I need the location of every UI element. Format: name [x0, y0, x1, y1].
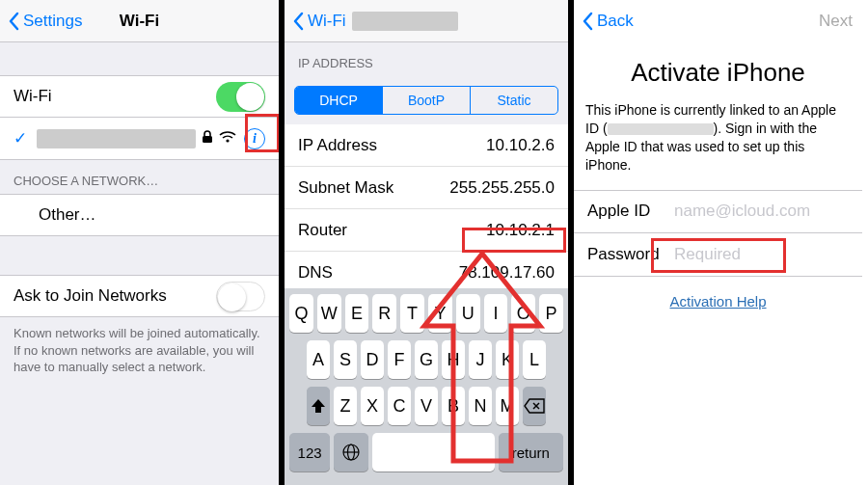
back-wifi[interactable]: Wi-Fi [292, 12, 346, 31]
router-value: 10.10.2.1 [486, 221, 568, 240]
current-network-row[interactable]: ✓ i [0, 118, 279, 160]
key-q[interactable]: Q [289, 294, 313, 333]
key-return[interactable]: return [499, 433, 563, 472]
svg-rect-0 [203, 136, 212, 143]
key-k[interactable]: K [496, 340, 519, 379]
ask-to-join-row[interactable]: Ask to Join Networks [0, 275, 279, 317]
nav-title: Wi-Fi [120, 12, 159, 31]
wifi-toggle[interactable] [216, 82, 265, 112]
key-n[interactable]: N [469, 387, 492, 425]
other-network-row[interactable]: Other… [0, 194, 279, 236]
ask-to-join-note: Known networks will be joined automatica… [0, 317, 279, 384]
chevron-left-icon [582, 12, 593, 31]
key-shift[interactable] [307, 387, 330, 425]
key-globe[interactable] [334, 433, 368, 472]
key-a[interactable]: A [307, 340, 330, 379]
key-space[interactable] [372, 433, 494, 472]
key-i[interactable]: I [484, 294, 508, 333]
nav-bar: Wi-Fi [285, 0, 568, 42]
key-t[interactable]: T [400, 294, 424, 333]
network-name-redacted [37, 129, 196, 148]
choose-network-header: CHOOSE A NETWORK… [0, 160, 279, 194]
password-label: Password [587, 245, 674, 264]
router-row[interactable]: Router 10.10.2.1 [285, 209, 568, 252]
keyboard-row2: ASDFGHJKL [287, 340, 565, 379]
key-c[interactable]: C [388, 387, 411, 425]
ip-address-row[interactable]: IP Address 10.10.2.6 [285, 124, 568, 167]
wifi-signal-icon [219, 129, 236, 148]
key-w[interactable]: W [317, 294, 341, 333]
key-y[interactable]: Y [428, 294, 452, 333]
key-r[interactable]: R [372, 294, 396, 333]
back-label: Wi-Fi [308, 12, 346, 31]
chevron-left-icon [292, 12, 304, 31]
key-p[interactable]: P [539, 294, 563, 333]
key-s[interactable]: S [334, 340, 357, 379]
key-backspace[interactable] [523, 387, 546, 425]
key-h[interactable]: H [442, 340, 465, 379]
key-u[interactable]: U [456, 294, 480, 333]
checkmark-icon: ✓ [14, 128, 27, 148]
key-v[interactable]: V [415, 387, 438, 425]
activation-help-link[interactable]: Activation Help [669, 293, 766, 310]
chevron-left-icon [8, 12, 19, 31]
keyboard-row3: ZXCVBNM [287, 387, 565, 425]
appleid-redacted [608, 123, 714, 135]
appleid-field[interactable]: name@icloud.com [674, 202, 810, 221]
keyboard-row4: 123 return [287, 433, 565, 472]
key-l[interactable]: L [523, 340, 546, 379]
shift-icon [310, 397, 327, 415]
key-b[interactable]: B [442, 387, 465, 425]
activation-help-container: Activation Help [574, 277, 862, 327]
svg-point-1 [226, 139, 229, 142]
key-d[interactable]: D [361, 340, 384, 379]
key-m[interactable]: M [496, 387, 519, 425]
back-label: Back [597, 12, 634, 31]
activation-form: Apple ID name@icloud.com Password Requir… [574, 190, 862, 277]
ip-address-value: 10.10.2.6 [486, 136, 568, 155]
nav-title-redacted [352, 12, 458, 31]
keyboard-row1: QWERTYUIOP [287, 294, 565, 333]
subnet-mask-label: Subnet Mask [298, 178, 449, 198]
backspace-icon [524, 398, 545, 414]
wifi-label: Wi-Fi [14, 87, 216, 106]
back-settings[interactable]: Settings [8, 12, 82, 31]
ip-address-header: IP ADDRESS [285, 42, 568, 76]
ip-address-label: IP Address [298, 136, 486, 155]
seg-static[interactable]: Static [471, 87, 557, 114]
dns-label: DNS [298, 263, 459, 283]
dns-value[interactable]: 78.109.17.60 [459, 263, 568, 283]
seg-dhcp[interactable]: DHCP [295, 87, 383, 114]
appleid-row[interactable]: Apple ID name@icloud.com [574, 191, 862, 233]
key-e[interactable]: E [345, 294, 369, 333]
ask-to-join-label: Ask to Join Networks [14, 286, 216, 306]
key-j[interactable]: J [469, 340, 492, 379]
ip-mode-segmented[interactable]: DHCP BootP Static [294, 86, 558, 115]
ask-to-join-toggle[interactable] [216, 282, 265, 311]
activation-description: This iPhone is currently linked to an Ap… [574, 101, 862, 190]
key-123[interactable]: 123 [289, 433, 330, 472]
back-label: Settings [23, 12, 82, 31]
lock-icon [202, 129, 213, 148]
key-g[interactable]: G [415, 340, 438, 379]
nav-bar: Back Next [574, 0, 862, 42]
globe-icon [341, 443, 361, 462]
key-x[interactable]: X [361, 387, 384, 425]
next-button[interactable]: Next [819, 12, 853, 31]
password-row[interactable]: Password Required [574, 233, 862, 276]
info-icon[interactable]: i [244, 128, 265, 149]
subnet-mask-row[interactable]: Subnet Mask 255.255.255.0 [285, 167, 568, 209]
key-z[interactable]: Z [334, 387, 357, 425]
appleid-label: Apple ID [587, 202, 674, 221]
wifi-toggle-row[interactable]: Wi-Fi [0, 75, 279, 118]
password-field[interactable]: Required [674, 245, 741, 264]
key-o[interactable]: O [511, 294, 535, 333]
other-label: Other… [39, 205, 265, 225]
keyboard[interactable]: QWERTYUIOP ASDFGHJKL ZXCVBNM 123 return [285, 288, 568, 485]
subnet-mask-value: 255.255.255.0 [449, 178, 568, 198]
page-title: Activate iPhone [574, 42, 862, 101]
router-label: Router [298, 221, 486, 240]
key-f[interactable]: F [388, 340, 411, 379]
back-button[interactable]: Back [582, 12, 634, 31]
seg-bootp[interactable]: BootP [383, 87, 471, 114]
